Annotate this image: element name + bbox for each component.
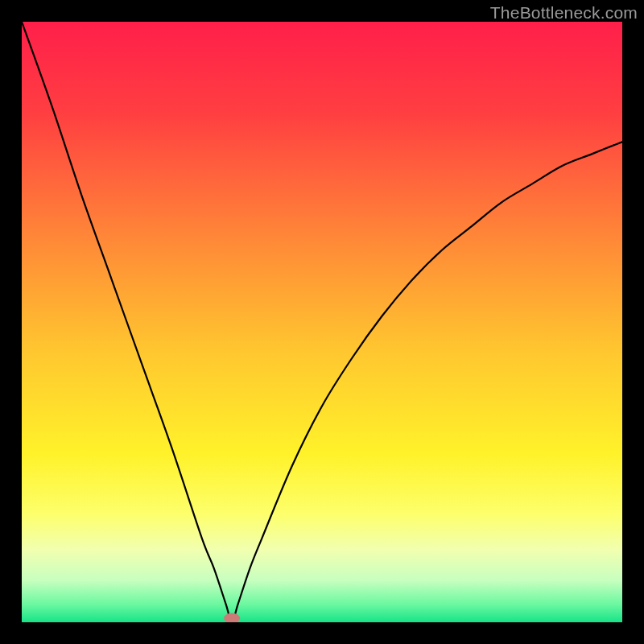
plot-area — [22, 22, 622, 622]
bottleneck-curve-chart — [22, 22, 622, 622]
gradient-background — [22, 22, 622, 622]
watermark-text: TheBottleneck.com — [490, 3, 638, 23]
chart-frame: TheBottleneck.com — [0, 0, 644, 644]
